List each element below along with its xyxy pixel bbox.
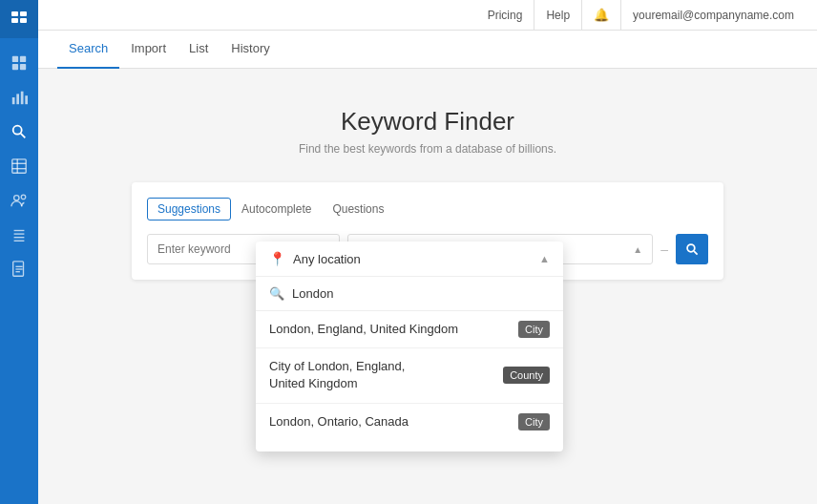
item-text: London, England, United Kingdom (269, 321, 458, 338)
subtab-autocomplete[interactable]: Autocomplete (231, 198, 322, 220)
chevron-up-icon: ▲ (633, 244, 642, 255)
svg-rect-5 (20, 56, 26, 62)
svg-rect-2 (11, 18, 18, 23)
page-title: Keyword Finder (341, 107, 514, 136)
top-nav: Pricing Help 🔔 youremail@companyname.com (38, 0, 817, 31)
dropdown-search-row: 🔍 (256, 277, 563, 311)
dropdown-pin-icon: 📍 (269, 251, 285, 266)
dropdown-search-icon: 🔍 (269, 286, 284, 301)
svg-point-19 (21, 195, 26, 200)
subtab-questions[interactable]: Questions (322, 198, 394, 220)
sidebar (0, 0, 38, 504)
item-badge-city2: City (518, 413, 550, 430)
tab-history[interactable]: History (220, 31, 281, 69)
item-text: London, Ontario, Canada (269, 413, 408, 430)
help-link[interactable]: Help (534, 0, 582, 31)
dropdown-list: London, England, United Kingdom City Cit… (256, 311, 563, 440)
svg-point-18 (14, 196, 19, 200)
svg-rect-14 (12, 159, 26, 173)
search-subtabs: Suggestions Autocomplete Questions (147, 198, 708, 220)
dropdown-header: 📍 Any location ▲ (256, 242, 563, 277)
svg-line-13 (21, 134, 26, 138)
sidebar-icon-people[interactable] (0, 183, 38, 218)
user-email[interactable]: youremail@companyname.com (621, 0, 806, 31)
sidebar-icon-table[interactable] (0, 149, 38, 183)
item-badge-city: City (518, 321, 550, 338)
sidebar-icon-list[interactable] (0, 218, 38, 252)
svg-rect-9 (16, 94, 19, 104)
list-item[interactable]: London, Ontario, Canada City (256, 404, 563, 440)
subtab-suggestions[interactable]: Suggestions (147, 198, 231, 220)
search-panel: Suggestions Autocomplete Questions 📍 Any… (132, 182, 723, 280)
svg-rect-3 (20, 18, 27, 23)
svg-line-29 (694, 251, 698, 255)
sidebar-icon-grid[interactable] (0, 46, 38, 80)
svg-rect-6 (12, 64, 18, 70)
svg-point-12 (13, 126, 22, 135)
bell-icon: 🔔 (594, 8, 609, 22)
main-area: Pricing Help 🔔 youremail@companyname.com… (38, 0, 817, 504)
dropdown-search-input[interactable] (292, 286, 550, 301)
svg-rect-8 (12, 97, 15, 104)
item-text: City of London, England, United Kingdom (269, 358, 405, 392)
tab-import[interactable]: Import (119, 31, 178, 69)
sidebar-logo (0, 0, 38, 38)
search-button[interactable] (676, 234, 708, 264)
svg-rect-0 (11, 11, 18, 16)
sidebar-icon-search[interactable] (0, 115, 38, 149)
tab-search[interactable]: Search (57, 31, 119, 69)
svg-rect-1 (20, 11, 27, 16)
item-badge-county: County (503, 367, 550, 384)
dropdown-label: Any location (293, 252, 532, 266)
content-header: Search Import List History (38, 31, 817, 69)
svg-rect-4 (12, 56, 18, 62)
sidebar-icon-chart[interactable] (0, 80, 38, 115)
tab-list[interactable]: List (178, 31, 220, 69)
logo-icon (10, 10, 29, 29)
svg-rect-11 (25, 95, 28, 104)
search-icon (685, 242, 699, 256)
sidebar-icon-document[interactable] (0, 252, 38, 286)
svg-point-28 (687, 244, 695, 252)
notifications-bell[interactable]: 🔔 (582, 0, 621, 31)
content-area: Keyword Finder Find the best keywords fr… (38, 69, 817, 504)
list-item[interactable]: City of London, England, United Kingdom … (256, 348, 563, 403)
svg-rect-7 (20, 64, 26, 70)
svg-rect-10 (21, 92, 24, 105)
separator: – (660, 242, 668, 257)
list-item[interactable]: London, England, United Kingdom City (256, 311, 563, 348)
pricing-link[interactable]: Pricing (476, 0, 535, 31)
dropdown-chevron-icon: ▲ (539, 253, 550, 264)
page-subtitle: Find the best keywords from a database o… (299, 142, 556, 156)
location-dropdown: 📍 Any location ▲ 🔍 London, England, Unit… (256, 242, 563, 452)
